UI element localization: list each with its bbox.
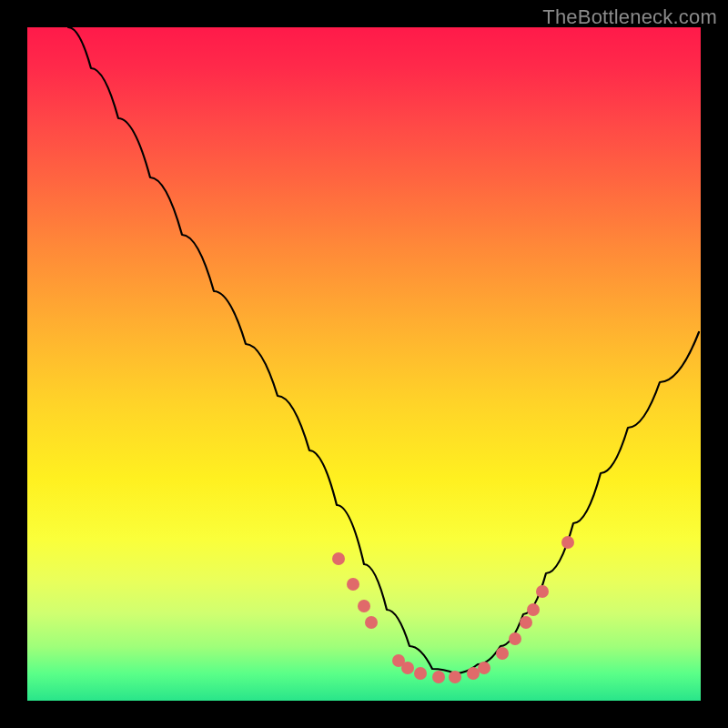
highlight-point	[358, 600, 370, 612]
highlight-point	[414, 667, 427, 680]
highlight-point	[520, 616, 532, 629]
watermark-text: TheBottleneck.com	[542, 5, 717, 29]
highlight-point	[365, 616, 378, 629]
highlight-point	[332, 552, 345, 565]
highlight-point	[527, 603, 540, 616]
bottleneck-curve	[68, 27, 699, 673]
plot-area	[27, 27, 701, 701]
highlight-point	[509, 632, 521, 645]
highlight-point	[401, 662, 414, 674]
chart-container: TheBottleneck.com	[0, 0, 728, 728]
highlight-point	[347, 578, 359, 591]
highlight-point	[432, 671, 445, 683]
highlight-point	[496, 647, 509, 660]
highlight-point	[561, 536, 574, 549]
curve-svg	[27, 27, 701, 701]
highlight-point	[478, 662, 490, 674]
highlight-point	[449, 671, 461, 683]
highlight-point	[536, 585, 549, 598]
highlight-points-group	[332, 536, 574, 683]
highlight-point	[467, 667, 480, 680]
